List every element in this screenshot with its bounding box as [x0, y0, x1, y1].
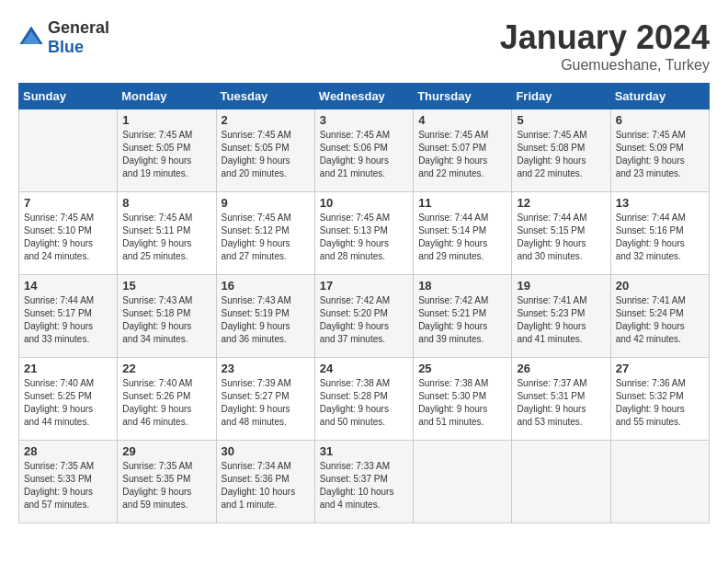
calendar-cell: 28Sunrise: 7:35 AMSunset: 5:33 PMDayligh…	[19, 441, 118, 523]
day-info: Sunrise: 7:35 AMSunset: 5:33 PMDaylight:…	[24, 460, 112, 511]
calendar-cell	[19, 109, 118, 192]
calendar-title: January 2024	[500, 18, 710, 57]
day-info: Sunrise: 7:45 AMSunset: 5:07 PMDaylight:…	[418, 129, 506, 180]
calendar-cell: 14Sunrise: 7:44 AMSunset: 5:17 PMDayligh…	[19, 275, 118, 358]
day-info: Sunrise: 7:40 AMSunset: 5:26 PMDaylight:…	[122, 377, 210, 429]
day-info: Sunrise: 7:45 AMSunset: 5:11 PMDaylight:…	[122, 212, 210, 263]
calendar-cell: 2Sunrise: 7:45 AMSunset: 5:05 PMDaylight…	[216, 109, 314, 192]
day-info: Sunrise: 7:44 AMSunset: 5:14 PMDaylight:…	[418, 212, 506, 263]
calendar-cell: 27Sunrise: 7:36 AMSunset: 5:32 PMDayligh…	[610, 358, 709, 441]
day-header-monday: Monday	[118, 84, 216, 109]
day-header-sunday: Sunday	[19, 84, 118, 109]
days-header-row: SundayMondayTuesdayWednesdayThursdayFrid…	[19, 84, 710, 109]
calendar-cell	[414, 441, 512, 523]
day-info: Sunrise: 7:45 AMSunset: 5:06 PMDaylight:…	[320, 129, 408, 180]
day-header-thursday: Thursday	[414, 84, 512, 109]
calendar-cell: 13Sunrise: 7:44 AMSunset: 5:16 PMDayligh…	[610, 192, 709, 275]
day-number: 31	[320, 444, 408, 458]
day-info: Sunrise: 7:45 AMSunset: 5:13 PMDaylight:…	[320, 212, 408, 263]
calendar-cell: 15Sunrise: 7:43 AMSunset: 5:18 PMDayligh…	[118, 275, 216, 358]
day-number: 29	[122, 444, 210, 458]
day-number: 23	[222, 362, 310, 375]
day-info: Sunrise: 7:45 AMSunset: 5:10 PMDaylight:…	[24, 212, 112, 263]
week-row-1: 1Sunrise: 7:45 AMSunset: 5:05 PMDaylight…	[19, 109, 710, 192]
day-info: Sunrise: 7:40 AMSunset: 5:25 PMDaylight:…	[24, 377, 112, 429]
day-info: Sunrise: 7:43 AMSunset: 5:18 PMDaylight:…	[122, 294, 210, 346]
day-number: 17	[320, 279, 408, 293]
day-number: 22	[122, 362, 210, 375]
calendar-cell: 31Sunrise: 7:33 AMSunset: 5:37 PMDayligh…	[314, 441, 413, 523]
day-number: 27	[616, 362, 704, 375]
day-number: 3	[320, 113, 408, 127]
day-number: 25	[418, 362, 506, 375]
day-info: Sunrise: 7:36 AMSunset: 5:32 PMDaylight:…	[616, 377, 704, 429]
day-number: 20	[616, 279, 704, 293]
calendar-cell: 8Sunrise: 7:45 AMSunset: 5:11 PMDaylight…	[118, 192, 216, 275]
logo-text: General Blue	[48, 18, 109, 57]
day-number: 19	[517, 279, 605, 293]
day-number: 10	[320, 196, 408, 210]
calendar-cell: 12Sunrise: 7:44 AMSunset: 5:15 PMDayligh…	[512, 192, 610, 275]
day-number: 26	[517, 362, 605, 375]
calendar-cell: 26Sunrise: 7:37 AMSunset: 5:31 PMDayligh…	[512, 358, 610, 441]
day-header-friday: Friday	[512, 84, 610, 109]
day-number: 14	[24, 279, 112, 293]
calendar-cell: 6Sunrise: 7:45 AMSunset: 5:09 PMDaylight…	[610, 109, 709, 192]
day-number: 24	[320, 362, 408, 375]
calendar-location: Guemueshane, Turkey	[500, 57, 710, 74]
day-number: 2	[222, 113, 310, 127]
day-header-saturday: Saturday	[610, 84, 709, 109]
calendar-cell: 5Sunrise: 7:45 AMSunset: 5:08 PMDaylight…	[512, 109, 610, 192]
day-number: 1	[122, 113, 210, 127]
day-number: 8	[122, 196, 210, 210]
logo-blue: Blue	[48, 38, 84, 56]
day-info: Sunrise: 7:35 AMSunset: 5:35 PMDaylight:…	[122, 460, 210, 511]
logo-general: General	[48, 18, 109, 37]
calendar-cell: 29Sunrise: 7:35 AMSunset: 5:35 PMDayligh…	[118, 441, 216, 523]
title-block: January 2024 Guemueshane, Turkey	[500, 18, 710, 74]
day-number: 13	[616, 196, 704, 210]
day-number: 15	[122, 279, 210, 293]
calendar-cell: 16Sunrise: 7:43 AMSunset: 5:19 PMDayligh…	[216, 275, 314, 358]
day-number: 16	[222, 279, 310, 293]
calendar-cell: 23Sunrise: 7:39 AMSunset: 5:27 PMDayligh…	[216, 358, 314, 441]
calendar-cell: 1Sunrise: 7:45 AMSunset: 5:05 PMDaylight…	[118, 109, 216, 192]
day-number: 6	[616, 113, 704, 127]
calendar-cell: 21Sunrise: 7:40 AMSunset: 5:25 PMDayligh…	[19, 358, 118, 441]
calendar-cell: 11Sunrise: 7:44 AMSunset: 5:14 PMDayligh…	[414, 192, 512, 275]
calendar-cell: 25Sunrise: 7:38 AMSunset: 5:30 PMDayligh…	[414, 358, 512, 441]
logo: General Blue	[18, 18, 109, 57]
calendar-cell	[610, 441, 709, 523]
day-header-tuesday: Tuesday	[216, 84, 314, 109]
day-number: 28	[24, 444, 112, 458]
logo-icon	[18, 25, 44, 51]
calendar-cell: 20Sunrise: 7:41 AMSunset: 5:24 PMDayligh…	[610, 275, 709, 358]
week-row-4: 21Sunrise: 7:40 AMSunset: 5:25 PMDayligh…	[19, 358, 710, 441]
day-info: Sunrise: 7:41 AMSunset: 5:23 PMDaylight:…	[517, 294, 605, 346]
week-row-5: 28Sunrise: 7:35 AMSunset: 5:33 PMDayligh…	[19, 441, 710, 523]
day-number: 7	[24, 196, 112, 210]
day-number: 11	[418, 196, 506, 210]
calendar-cell: 3Sunrise: 7:45 AMSunset: 5:06 PMDaylight…	[314, 109, 413, 192]
day-number: 21	[24, 362, 112, 375]
day-info: Sunrise: 7:42 AMSunset: 5:21 PMDaylight:…	[418, 294, 506, 346]
day-info: Sunrise: 7:44 AMSunset: 5:15 PMDaylight:…	[517, 212, 605, 263]
calendar-table: SundayMondayTuesdayWednesdayThursdayFrid…	[18, 83, 710, 523]
day-number: 12	[517, 196, 605, 210]
calendar-cell: 4Sunrise: 7:45 AMSunset: 5:07 PMDaylight…	[414, 109, 512, 192]
day-info: Sunrise: 7:45 AMSunset: 5:08 PMDaylight:…	[517, 129, 605, 180]
day-info: Sunrise: 7:45 AMSunset: 5:12 PMDaylight:…	[222, 212, 310, 263]
calendar-cell: 18Sunrise: 7:42 AMSunset: 5:21 PMDayligh…	[414, 275, 512, 358]
calendar-cell: 7Sunrise: 7:45 AMSunset: 5:10 PMDaylight…	[19, 192, 118, 275]
day-info: Sunrise: 7:39 AMSunset: 5:27 PMDaylight:…	[222, 377, 310, 429]
day-number: 18	[418, 279, 506, 293]
day-info: Sunrise: 7:44 AMSunset: 5:16 PMDaylight:…	[616, 212, 704, 263]
calendar-cell: 10Sunrise: 7:45 AMSunset: 5:13 PMDayligh…	[314, 192, 413, 275]
day-number: 5	[517, 113, 605, 127]
day-info: Sunrise: 7:45 AMSunset: 5:05 PMDaylight:…	[222, 129, 310, 180]
day-info: Sunrise: 7:44 AMSunset: 5:17 PMDaylight:…	[24, 294, 112, 346]
day-info: Sunrise: 7:45 AMSunset: 5:09 PMDaylight:…	[616, 129, 704, 180]
day-info: Sunrise: 7:41 AMSunset: 5:24 PMDaylight:…	[616, 294, 704, 346]
calendar-cell	[512, 441, 610, 523]
calendar-cell: 17Sunrise: 7:42 AMSunset: 5:20 PMDayligh…	[314, 275, 413, 358]
